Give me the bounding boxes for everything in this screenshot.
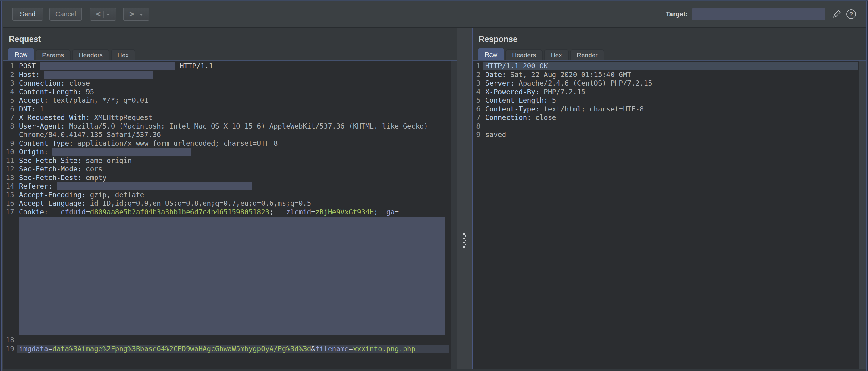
- line-number: 4: [472, 88, 483, 96]
- code-segment: Mozilla/5.0 (Macintosh; Intel Mac OS X 1…: [65, 122, 428, 130]
- line-content: X-Powered-By: PHP/7.2.15: [483, 88, 858, 96]
- code-segment: Content-Type:: [19, 139, 73, 147]
- line-number: 3: [3, 79, 17, 88]
- code-segment: [48, 208, 53, 216]
- line-number: 17: [3, 208, 17, 216]
- toolbar: Send Cancel < > Target: ?: [0, 1, 868, 27]
- response-line: 1HTTP/1.1 200 OK: [472, 62, 868, 70]
- code-segment: saved: [485, 131, 506, 138]
- code-segment: Chrome/84.0.4147.135 Safari/537.36: [19, 131, 161, 138]
- code-segment: User-Agent:: [19, 122, 65, 130]
- request-line: 1POST HTTP/1.1: [3, 62, 457, 70]
- code-segment: Cookie:: [19, 208, 48, 216]
- code-segment: Content-Length:: [19, 88, 82, 96]
- request-tab-hex[interactable]: Hex: [111, 49, 135, 60]
- response-line: 3Server: Apache/2.4.6 (CentOS) PHP/7.2.1…: [472, 79, 868, 88]
- code-segment: Sat, 22 Aug 2020 01:15:40 GMT: [506, 71, 631, 78]
- help-button[interactable]: ?: [846, 9, 856, 19]
- window-left-border: [0, 1, 3, 371]
- code-segment: Accept-Encoding:: [19, 191, 86, 199]
- line-number: 9: [472, 130, 483, 139]
- code-segment: &: [311, 345, 315, 352]
- response-line: 5Content-Length: 5: [472, 96, 868, 105]
- line-content: Connection: close: [17, 79, 450, 88]
- line-number: 13: [3, 173, 17, 182]
- line-number: 6: [472, 105, 483, 113]
- response-line: 7Connection: close: [472, 113, 868, 122]
- code-segment: close: [65, 79, 90, 87]
- target-label: Target:: [666, 10, 688, 18]
- code-segment: X-Powered-By:: [485, 88, 539, 96]
- request-line: 17Cookie: __cfduid=d809aa8e5b2af04b3a3bb…: [3, 208, 457, 216]
- code-segment: DNT:: [19, 105, 36, 113]
- line-number: [3, 216, 17, 336]
- line-number: 4: [3, 88, 17, 96]
- code-segment: Connection:: [19, 79, 65, 87]
- request-line: Chrome/84.0.4147.135 Safari/537.36: [3, 130, 457, 139]
- code-segment: empty: [82, 174, 107, 181]
- request-line: 11Sec-Fetch-Site: same-origin: [3, 156, 457, 165]
- code-segment: =: [311, 208, 315, 216]
- repeater-window: Send Cancel < > Target: ?: [0, 0, 868, 371]
- request-line: [3, 216, 457, 336]
- request-line: 8User-Agent: Mozilla/5.0 (Macintosh; Int…: [3, 122, 457, 131]
- panel-splitter[interactable]: [457, 28, 472, 370]
- request-tabs: Raw Params Headers Hex: [8, 47, 457, 60]
- code-segment: filename: [315, 345, 349, 352]
- request-line: 14Referer:: [3, 182, 457, 191]
- request-tab-params[interactable]: Params: [36, 49, 70, 60]
- request-raw-editor[interactable]: 1POST HTTP/1.12Host: 3Connection: close4…: [3, 60, 457, 370]
- line-number: 5: [3, 96, 17, 105]
- line-number: 8: [472, 122, 483, 131]
- response-line: 9saved: [472, 130, 868, 139]
- request-tab-headers[interactable]: Headers: [72, 49, 109, 60]
- request-line: 5Accept: text/plain, */*; q=0.01: [3, 96, 457, 105]
- request-panel-title: Request: [3, 28, 457, 47]
- redacted-block: [19, 216, 444, 335]
- code-segment: data%3Aimage%2Fpng%3Bbase64%2CPD9waHAgcG…: [53, 345, 311, 352]
- next-request-button[interactable]: >: [123, 7, 150, 21]
- line-number: 18: [3, 336, 17, 344]
- code-segment: application/x-www-form-urlencoded; chars…: [73, 139, 278, 147]
- response-panel-title: Response: [472, 28, 868, 47]
- response-tab-hex[interactable]: Hex: [544, 49, 568, 60]
- line-content: Sec-Fetch-Site: same-origin: [17, 156, 450, 165]
- code-segment: gzip, deflate: [86, 191, 144, 199]
- request-line: 19imgdata=data%3Aimage%2Fpng%3Bbase64%2C…: [3, 344, 457, 353]
- send-button[interactable]: Send: [12, 7, 43, 21]
- line-number: 16: [3, 199, 17, 208]
- response-line: 4X-Powered-By: PHP/7.2.15: [472, 88, 868, 96]
- code-segment: Connection:: [485, 113, 531, 121]
- request-tab-raw[interactable]: Raw: [8, 48, 34, 60]
- code-segment: Content-Length:: [485, 96, 548, 104]
- line-content: Accept-Encoding: gzip, deflate: [17, 191, 450, 199]
- redacted-value: [53, 148, 191, 156]
- line-content: Connection: close: [483, 113, 858, 122]
- response-raw-editor[interactable]: 1HTTP/1.1 200 OK2Date: Sat, 22 Aug 2020 …: [472, 60, 868, 370]
- dropdown-arrow-icon[interactable]: [106, 13, 110, 16]
- cancel-button[interactable]: Cancel: [50, 7, 82, 21]
- code-segment: zBjHe9VxGt934H: [315, 208, 374, 216]
- request-line: 18: [3, 336, 457, 344]
- code-segment: XMLHttpRequest: [90, 113, 153, 121]
- line-number: 1: [3, 62, 17, 70]
- dropdown-arrow-icon[interactable]: [140, 13, 143, 16]
- splitter-grip-icon: [462, 233, 467, 249]
- code-segment: __zlcmid: [278, 208, 311, 216]
- line-content: Accept-Language: id-ID,id;q=0.9,en-US;q=…: [17, 199, 450, 208]
- code-segment: 95: [82, 88, 94, 96]
- response-tab-headers[interactable]: Headers: [505, 49, 542, 60]
- request-scrollbar-track[interactable]: [451, 61, 457, 370]
- line-number: 6: [3, 105, 17, 113]
- line-content: Cookie: __cfduid=d809aa8e5b2af04b3a3bb1b…: [17, 208, 450, 216]
- line-content: Server: Apache/2.4.6 (CentOS) PHP/7.2.15: [483, 79, 858, 88]
- response-tab-render[interactable]: Render: [570, 49, 604, 60]
- previous-request-button[interactable]: <: [90, 7, 116, 21]
- edit-target-button[interactable]: [832, 9, 841, 19]
- line-content: [17, 216, 450, 336]
- line-number: 3: [472, 79, 483, 88]
- code-segment: X-Requested-With:: [19, 113, 90, 121]
- response-line: 6Content-Type: text/html; charset=UTF-8: [472, 105, 868, 113]
- response-tab-raw[interactable]: Raw: [478, 48, 504, 60]
- line-content: Date: Sat, 22 Aug 2020 01:15:40 GMT: [483, 70, 858, 79]
